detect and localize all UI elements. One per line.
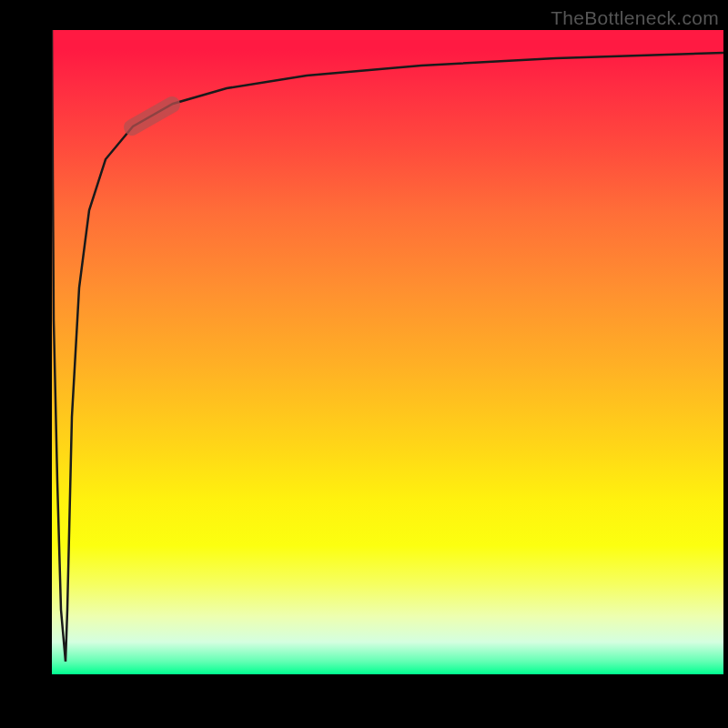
watermark-text: TheBottleneck.com — [551, 7, 719, 29]
chart-highlight-marker — [132, 105, 172, 127]
chart-svg — [52, 30, 723, 674]
chart-plot-area — [52, 30, 723, 674]
